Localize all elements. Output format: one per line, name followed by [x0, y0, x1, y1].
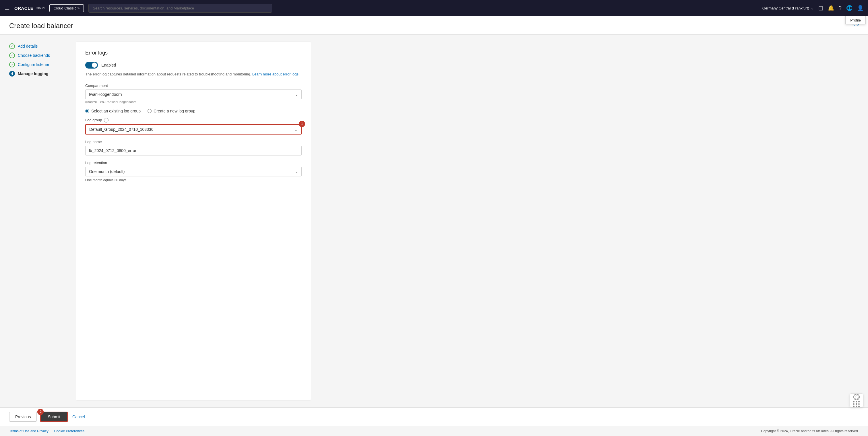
- compartment-label: Compartment: [85, 83, 302, 88]
- nav-right: Germany Central (Frankfurt) ⌄ ◫ 🔔 ? 🌐 👤: [763, 5, 863, 11]
- hamburger-icon[interactable]: ☰: [5, 5, 10, 11]
- submit-button[interactable]: Submit: [40, 412, 68, 422]
- compartment-sub: (root)/NETWORK/IwanHoogendoorn: [85, 100, 302, 104]
- profile-icon[interactable]: 👤: [857, 5, 863, 11]
- step-configure-listener[interactable]: ✓ Configure listener: [9, 60, 67, 69]
- log-group-info-icon[interactable]: i: [104, 118, 108, 123]
- cancel-button[interactable]: Cancel: [71, 412, 86, 422]
- chevron-down-icon: ⌄: [811, 6, 814, 10]
- radio-new-input[interactable]: [148, 109, 152, 113]
- log-retention-label: Log retention: [85, 161, 302, 165]
- log-name-input[interactable]: [85, 146, 302, 156]
- toggle-row: Enabled: [85, 62, 302, 69]
- log-group-wrapper: 1 Default_Group_2024_0710_103330: [85, 124, 302, 135]
- notifications-icon[interactable]: 🔔: [828, 5, 834, 11]
- description-text: The error log captures detailed informat…: [85, 71, 302, 77]
- top-navigation: ☰ ORACLE Cloud Cloud Classic > Germany C…: [0, 0, 868, 16]
- step-check-icon: ✓: [9, 43, 15, 49]
- radio-existing[interactable]: Select an existing log group: [85, 109, 141, 113]
- float-dots-icon: [853, 401, 860, 407]
- step-check-icon: ✓: [9, 62, 15, 67]
- cloud-classic-button[interactable]: Cloud Classic >: [50, 4, 84, 12]
- enabled-toggle[interactable]: [85, 62, 98, 69]
- footer-left: Terms of Use and Privacy Cookie Preferen…: [9, 429, 84, 433]
- submit-button-wrapper: 2 Submit: [40, 412, 68, 422]
- step-check-icon: ✓: [9, 53, 15, 58]
- log-group-select-wrapper: Default_Group_2024_0710_103330: [85, 124, 302, 135]
- log-retention-info: One month equals 30 days.: [85, 178, 302, 182]
- help-icon[interactable]: ?: [839, 5, 842, 11]
- radio-new[interactable]: Create a new log group: [148, 109, 195, 113]
- bottom-bar: Previous 2 Submit Cancel: [0, 407, 868, 426]
- log-group-inner-select-wrapper: Default_Group_2024_0710_103330: [86, 125, 301, 134]
- compartment-select[interactable]: IwanHoogendoorn: [85, 90, 302, 99]
- compartment-field-group: Compartment IwanHoogendoorn (root)/NETWO…: [85, 83, 302, 104]
- learn-more-link[interactable]: Learn more about error logs.: [252, 72, 300, 76]
- float-ring-icon: ◯: [854, 394, 860, 400]
- developer-tools-icon[interactable]: ◫: [818, 5, 823, 11]
- log-retention-select-wrapper: One month (default): [85, 167, 302, 176]
- page-header: Create load balancer Help: [0, 16, 868, 35]
- section-title: Error logs: [85, 50, 302, 56]
- oracle-logo: ORACLE Cloud: [14, 6, 45, 11]
- step-number-icon: 4: [9, 71, 15, 76]
- log-group-select[interactable]: Default_Group_2024_0710_103330: [86, 125, 301, 134]
- copyright-text: Copyright © 2024, Oracle and/or its affi…: [761, 429, 859, 433]
- cookie-link[interactable]: Cookie Preferences: [54, 429, 84, 433]
- search-input[interactable]: [88, 4, 272, 12]
- main-content: ✓ Add details ✓ Choose backends ✓ Config…: [0, 35, 868, 407]
- profile-tooltip: Profile: [845, 16, 866, 24]
- log-name-field-group: Log name: [85, 140, 302, 156]
- page-title: Create load balancer: [9, 22, 73, 30]
- footer: Terms of Use and Privacy Cookie Preferen…: [0, 426, 868, 436]
- terms-link[interactable]: Terms of Use and Privacy: [9, 429, 49, 433]
- step-manage-logging[interactable]: 4 Manage logging: [9, 69, 67, 78]
- log-name-label: Log name: [85, 140, 302, 144]
- compartment-select-wrapper: IwanHoogendoorn: [85, 90, 302, 99]
- form-card: Error logs Enabled The error log capture…: [76, 42, 311, 400]
- badge-1: 1: [299, 121, 305, 127]
- steps-sidebar: ✓ Add details ✓ Choose backends ✓ Config…: [9, 42, 67, 400]
- previous-button[interactable]: Previous: [9, 412, 37, 422]
- step-add-details[interactable]: ✓ Add details: [9, 42, 67, 51]
- log-group-label: Log group i: [85, 118, 302, 123]
- floating-help-button[interactable]: ◯: [849, 394, 863, 407]
- radio-existing-input[interactable]: [85, 109, 89, 113]
- language-icon[interactable]: 🌐: [846, 5, 852, 11]
- log-retention-select[interactable]: One month (default): [85, 167, 302, 176]
- toggle-label: Enabled: [101, 63, 116, 67]
- region-selector[interactable]: Germany Central (Frankfurt) ⌄: [763, 6, 814, 10]
- log-group-type-radio-group: Select an existing log group Create a ne…: [85, 109, 302, 113]
- log-retention-field-group: Log retention One month (default) One mo…: [85, 161, 302, 182]
- log-group-field-group: Log group i 1 Default_Group_2024_0710_10…: [85, 118, 302, 135]
- step-choose-backends[interactable]: ✓ Choose backends: [9, 51, 67, 60]
